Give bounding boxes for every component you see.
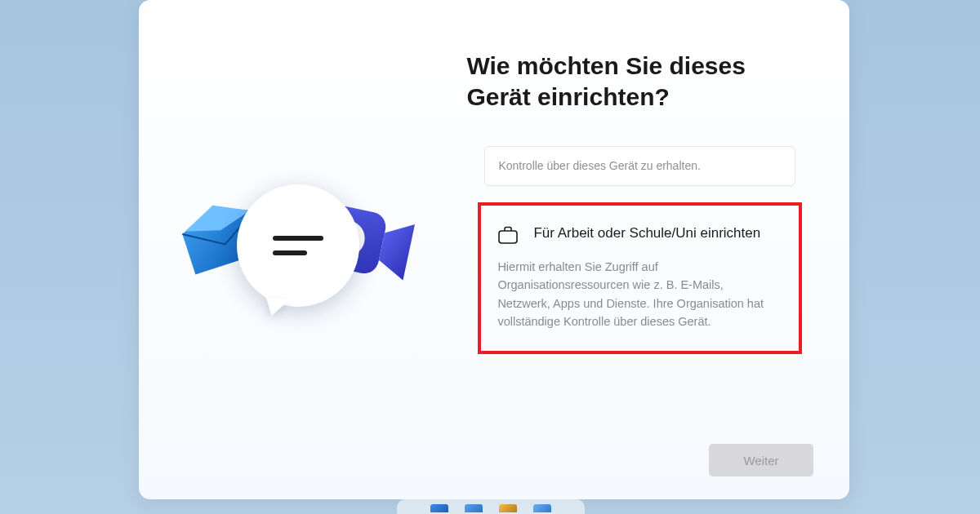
taskbar-icon — [499, 504, 517, 512]
content-pane: Wie möchten Sie dieses Gerät einrichten?… — [437, 0, 849, 499]
setup-options: Kontrolle über dieses Gerät zu erhalten.… — [466, 146, 813, 354]
briefcase-icon — [497, 225, 519, 245]
option-work-desc: Hiermit erhalten Sie Zugriff auf Organis… — [497, 258, 779, 331]
setup-illustration — [178, 188, 407, 318]
taskbar-icon — [465, 504, 483, 512]
next-button[interactable]: Weiter — [709, 444, 813, 476]
oobe-setup-card: Wie möchten Sie dieses Gerät einrichten?… — [139, 0, 849, 499]
speech-bubble-icon — [237, 184, 359, 307]
option-personal-partial[interactable]: Kontrolle über dieses Gerät zu erhalten. — [484, 146, 795, 186]
option-work-title: Für Arbeit oder Schule/Uni einrichten — [533, 224, 760, 243]
option-personal-desc-tail: Kontrolle über dieses Gerät zu erhalten. — [498, 158, 782, 174]
page-title: Wie möchten Sie dieses Gerät einrichten? — [466, 51, 793, 113]
taskbar-icon — [430, 504, 448, 512]
svg-rect-2 — [499, 231, 517, 243]
taskbar-peek — [397, 499, 585, 514]
taskbar-icon — [533, 504, 551, 512]
option-work-school[interactable]: Für Arbeit oder Schule/Uni einrichten Hi… — [478, 202, 802, 354]
illustration-pane — [139, 0, 437, 499]
